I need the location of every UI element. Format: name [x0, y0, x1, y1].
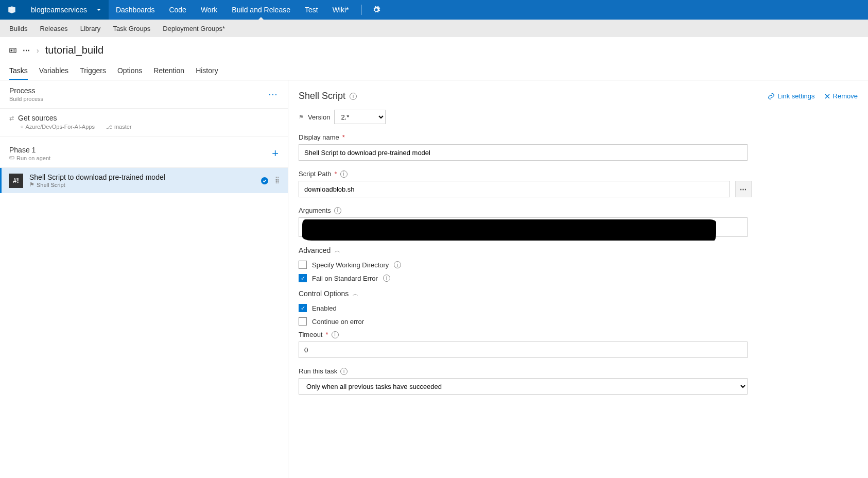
sources-branch: master [106, 124, 132, 130]
subnav-deployment-groups[interactable]: Deployment Groups* [163, 25, 225, 32]
page-tab-history[interactable]: History [196, 62, 218, 80]
get-sources-title: Get sources [18, 114, 57, 122]
subnav-releases[interactable]: Releases [40, 25, 67, 32]
svg-rect-3 [13, 50, 15, 51]
timeout-input[interactable] [299, 342, 748, 358]
svg-rect-1 [11, 49, 13, 52]
timeout-label: Timeout [299, 331, 322, 338]
build-definition-icon [9, 47, 16, 54]
breadcrumb-ellipsis[interactable]: ⋯ [23, 46, 30, 55]
info-icon[interactable]: i [340, 170, 348, 178]
project-name: blogteamservices [31, 6, 87, 14]
build-definition-name: tutorial_build [45, 44, 103, 56]
info-icon[interactable]: i [383, 275, 390, 282]
page-tab-variables[interactable]: Variables [39, 62, 68, 80]
subnav-library[interactable]: Library [80, 25, 101, 32]
chevron-down-icon [96, 7, 101, 12]
task-status-check-icon [261, 177, 269, 185]
shell-script-task-icon: #! [9, 174, 23, 188]
display-name-input[interactable] [299, 144, 748, 161]
phase-row[interactable]: Phase 1 Run on agent + [0, 140, 288, 168]
page-tab-retention[interactable]: Retention [153, 62, 184, 80]
tab-test[interactable]: Test [298, 0, 325, 20]
required-marker: * [335, 170, 337, 178]
control-options-section-toggle[interactable]: Control Options ︿ [299, 289, 858, 298]
get-sources-row[interactable]: ⇄ Get sources Azure/DevOps-For-AI-Apps m… [0, 109, 288, 136]
info-icon[interactable]: i [340, 368, 348, 375]
arguments-label: Arguments [299, 207, 331, 214]
subnav-builds[interactable]: Builds [9, 25, 27, 32]
process-title: Process [9, 87, 43, 95]
chevron-right-icon: › [37, 46, 39, 55]
task-sub: Shell Script [37, 182, 65, 188]
subnav-task-groups[interactable]: Task Groups [113, 25, 150, 32]
flag-icon: ⚑ [299, 114, 304, 121]
link-icon [768, 93, 775, 100]
required-marker: * [325, 331, 328, 338]
redacted-content [302, 219, 716, 241]
tab-code[interactable]: Code [162, 0, 193, 20]
info-icon[interactable]: i [350, 93, 357, 100]
task-row-shell-script[interactable]: #! Shell Script to download pre-trained … [0, 168, 288, 193]
process-sub: Build process [9, 96, 43, 102]
script-path-input[interactable] [299, 181, 730, 197]
phase-sub: Run on agent [16, 155, 50, 161]
tab-dashboards[interactable]: Dashboards [109, 0, 162, 20]
continue-on-error-checkbox[interactable] [299, 317, 307, 326]
process-menu-icon[interactable]: ⋯ [268, 89, 279, 100]
specify-working-dir-label: Specify Working Directory [312, 261, 389, 269]
page-tab-tasks[interactable]: Tasks [9, 62, 28, 80]
continue-on-error-label: Continue on error [312, 318, 364, 326]
display-name-label: Display name [299, 133, 339, 141]
run-this-task-label: Run this task [299, 367, 337, 375]
info-icon[interactable]: i [394, 261, 401, 268]
svg-rect-5 [11, 157, 12, 158]
fail-on-stderr-checkbox[interactable]: ✓ [299, 274, 307, 282]
fail-on-stderr-label: Fail on Standard Error [312, 275, 378, 282]
arguments-input[interactable] [299, 217, 748, 237]
version-label: Version [308, 113, 330, 121]
chevron-up-icon: ︿ [353, 290, 358, 298]
svg-rect-4 [10, 157, 14, 159]
remove-button[interactable]: Remove [824, 92, 858, 100]
tab-work[interactable]: Work [194, 0, 224, 20]
info-icon[interactable]: i [334, 207, 341, 214]
script-path-label: Script Path [299, 170, 332, 178]
svg-rect-2 [13, 49, 15, 50]
advanced-section-toggle[interactable]: Advanced ︿ [299, 246, 858, 254]
flag-icon: ⚑ [29, 181, 34, 188]
project-selector[interactable]: blogteamservices [24, 0, 109, 20]
settings-gear-icon[interactable] [367, 6, 386, 14]
task-detail-title: Shell Script [299, 91, 345, 101]
close-icon [824, 93, 830, 99]
enabled-label: Enabled [312, 304, 337, 312]
process-row[interactable]: Process Build process ⋯ [0, 80, 288, 109]
tab-build-release[interactable]: Build and Release [224, 0, 298, 20]
vsts-logo[interactable] [0, 0, 24, 20]
task-drag-handle[interactable]: ⠿⠿ [275, 179, 281, 183]
browse-button[interactable]: ⋯ [735, 181, 752, 197]
chevron-up-icon: ︿ [335, 247, 340, 254]
sources-icon: ⇄ [9, 115, 13, 122]
add-task-button[interactable]: + [272, 147, 279, 160]
page-tab-triggers[interactable]: Triggers [80, 62, 106, 80]
run-this-task-select[interactable]: Only when all previous tasks have succee… [299, 378, 748, 395]
nav-divider [361, 5, 362, 15]
enabled-checkbox[interactable]: ✓ [299, 304, 307, 312]
version-select[interactable]: 2.* [334, 110, 386, 124]
specify-working-dir-checkbox[interactable] [299, 261, 307, 269]
phase-title: Phase 1 [9, 146, 50, 154]
sources-repo: Azure/DevOps-For-AI-Apps [21, 124, 95, 130]
page-tab-options[interactable]: Options [117, 62, 142, 80]
tab-wiki[interactable]: Wiki* [325, 0, 356, 20]
agent-icon [9, 156, 14, 161]
info-icon[interactable]: i [332, 331, 339, 338]
link-settings-button[interactable]: Link settings [768, 92, 814, 100]
required-marker: * [342, 133, 345, 141]
breadcrumb: ⋯ › tutorial_build [0, 37, 868, 59]
task-title: Shell Script to download pre-trained mod… [29, 173, 254, 181]
